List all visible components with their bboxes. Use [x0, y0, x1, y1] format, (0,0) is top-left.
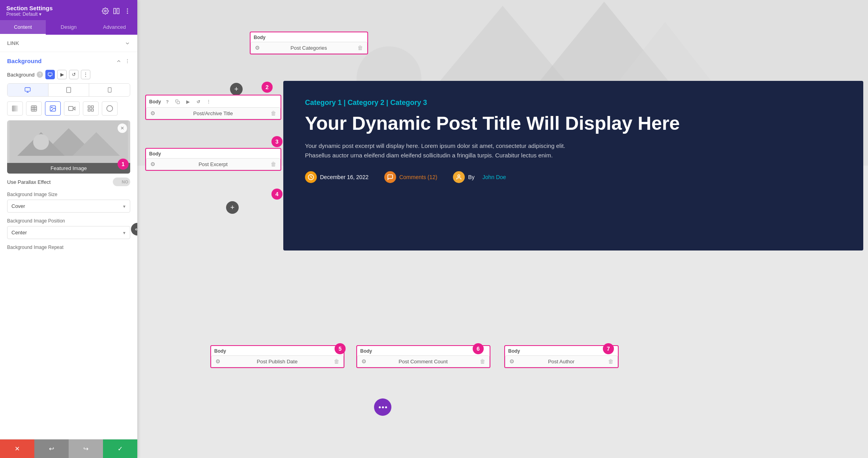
bg-repeat-label: Background Image Repeat: [7, 245, 130, 250]
body-box-title-header: Body ? ▶ ↺ ⋮: [146, 95, 281, 107]
add-button-middle[interactable]: +: [226, 201, 239, 214]
background-title: Background: [7, 58, 42, 64]
columns-icon[interactable]: [113, 7, 120, 15]
svg-rect-12: [25, 88, 30, 91]
parallax-toggle[interactable]: NO: [113, 178, 130, 186]
title-reset[interactable]: ↺: [194, 98, 202, 106]
comment-icon: [384, 171, 396, 183]
badge-3: 3: [271, 136, 282, 147]
clock-icon: [305, 171, 317, 183]
date-label: Post Publish Date: [224, 359, 331, 365]
featured-image-label: Featured Image: [7, 163, 130, 174]
background-header-icons: [116, 58, 130, 64]
meta-comments-text: Comments (12): [399, 174, 437, 180]
tab-design[interactable]: Design: [46, 20, 92, 35]
body-box-author-header: Body: [505, 346, 618, 355]
save-button[interactable]: ✓: [103, 439, 137, 458]
date-delete-icon[interactable]: 🗑: [334, 358, 339, 365]
date-settings-icon[interactable]: ⚙: [215, 358, 221, 365]
background-label-row: Background ? ▶ ↺ ⋮: [7, 70, 130, 79]
title-delete-icon[interactable]: 🗑: [271, 110, 276, 116]
categories-settings-icon[interactable]: ⚙: [255, 45, 260, 51]
parallax-label: Use Parallax Effect: [7, 179, 51, 185]
background-header: Background: [7, 58, 130, 64]
excerpt-label: Post Excerpt: [159, 161, 268, 167]
hero-title: Your Dynamic Post Title Will Display Her…: [305, 112, 842, 134]
categories-delete-icon[interactable]: 🗑: [357, 45, 363, 51]
undo-button[interactable]: ↩: [34, 439, 69, 458]
bg-ctrl-arrow[interactable]: ▶: [57, 70, 67, 79]
svg-marker-27: [73, 107, 75, 110]
tab-advanced[interactable]: Advanced: [92, 20, 137, 35]
help-icon[interactable]: ?: [37, 71, 43, 78]
delete-image-button[interactable]: ✕: [118, 123, 127, 133]
settings-icon[interactable]: [102, 7, 109, 15]
bg-tool-video[interactable]: [64, 101, 80, 116]
comment-settings-icon[interactable]: ⚙: [361, 358, 367, 365]
tab-content[interactable]: Content: [0, 20, 46, 35]
body-box-excerpt-row: ⚙ Post Excerpt 🗑: [146, 158, 281, 170]
bg-tool-pattern[interactable]: [83, 101, 99, 116]
title-more[interactable]: ⋮: [204, 98, 212, 106]
body-box-author-row: ⚙ Post Author 🗑: [505, 355, 618, 367]
bg-position-select[interactable]: Center: [7, 226, 130, 239]
body-box-comment-count: Body ⚙ Post Comment Count 🗑: [356, 345, 490, 368]
title-copy[interactable]: [174, 98, 181, 106]
svg-rect-43: [177, 101, 180, 104]
body-box-categories: Body ⚙ Post Categories 🗑: [250, 32, 368, 54]
bg-tab-mobile[interactable]: [89, 84, 130, 96]
more-vert-icon[interactable]: [125, 58, 130, 64]
more-icon[interactable]: [124, 7, 131, 15]
hero-meta: December 16, 2022 Comments (12) By John …: [305, 171, 842, 183]
cancel-button[interactable]: ✕: [0, 439, 34, 458]
bg-tool-image[interactable]: [45, 101, 61, 116]
featured-image-thumb[interactable]: ✕ Featured Image: [7, 120, 130, 174]
title-arrow[interactable]: ▶: [184, 98, 192, 106]
body-box-excerpt: Body ⚙ Post Excerpt 🗑: [145, 148, 281, 171]
chevron-down-icon[interactable]: [125, 41, 130, 46]
hero-excerpt: Your dynamic post excerpt will display h…: [305, 141, 573, 160]
body-box-categories-row: ⚙ Post Categories 🗑: [251, 42, 367, 54]
bg-tab-desktop[interactable]: [7, 84, 49, 96]
bg-tool-gradient[interactable]: [7, 101, 23, 116]
hero-categories: Category 1 | Category 2 | Category 3: [305, 99, 842, 107]
redo-button[interactable]: ↪: [69, 439, 103, 458]
add-button-top[interactable]: +: [230, 83, 243, 95]
badge-2: 2: [262, 82, 273, 93]
svg-point-0: [105, 10, 107, 12]
bg-tab-tablet[interactable]: [49, 84, 90, 96]
panel-tabs: Content Design Advanced: [0, 20, 137, 35]
background-label: Background: [7, 72, 34, 78]
body-box-excerpt-header: Body: [146, 149, 281, 158]
bg-tools: [7, 101, 130, 116]
bg-size-select[interactable]: Cover: [7, 200, 130, 213]
title-help[interactable]: ?: [163, 98, 171, 106]
title-settings-icon[interactable]: ⚙: [150, 110, 155, 116]
panel-toolbar: ✕ ↩ ↪ ✓: [0, 439, 137, 458]
author-delete-icon[interactable]: 🗑: [608, 358, 614, 365]
bg-tool-color[interactable]: [26, 101, 42, 116]
bg-ctrl-more[interactable]: ⋮: [81, 70, 90, 79]
hero-section: Category 1 | Category 2 | Category 3 You…: [283, 81, 863, 250]
bg-tool-mask[interactable]: [102, 101, 118, 116]
panel-preset[interactable]: Preset: Default ▾: [6, 11, 53, 17]
chevron-up-icon[interactable]: [116, 58, 122, 64]
svg-point-4: [127, 10, 128, 11]
bg-ctrl-screen[interactable]: [45, 70, 55, 79]
meta-author-by: By: [468, 174, 474, 180]
comment-delete-icon[interactable]: 🗑: [480, 358, 485, 365]
bg-repeat-group: Background Image Repeat: [7, 245, 130, 250]
author-settings-icon[interactable]: ⚙: [509, 358, 514, 365]
background-section: Background Background ? ▶ ↺ ⋮: [0, 52, 137, 261]
excerpt-settings-icon[interactable]: ⚙: [150, 161, 155, 167]
bg-position-label: Background Image Position: [7, 218, 130, 224]
badge-5: 5: [335, 343, 346, 354]
more-dots-button[interactable]: [374, 398, 391, 416]
title-label: Post/Archive Title: [159, 110, 268, 116]
bg-size-label: Background Image Size: [7, 192, 130, 197]
bg-ctrl-reset[interactable]: ↺: [69, 70, 79, 79]
user-icon: [453, 171, 465, 183]
body-box-comment-row: ⚙ Post Comment Count 🗑: [357, 355, 490, 367]
excerpt-delete-icon[interactable]: 🗑: [271, 161, 276, 167]
body-box-comment-header: Body: [357, 346, 490, 355]
